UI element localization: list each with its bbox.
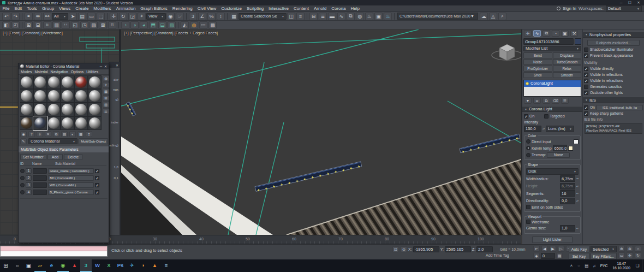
sub-material-id-4[interactable]: 4 xyxy=(26,190,32,195)
material-slot-15[interactable] xyxy=(47,103,61,116)
corona-toolbar-icon[interactable]: ◍ xyxy=(190,21,198,29)
gizmo-size-field[interactable]: 1,0 xyxy=(560,225,575,232)
isolate-selection-icon[interactable]: ◕ xyxy=(140,21,148,29)
timeline-frame-label[interactable]: 70 xyxy=(338,237,343,241)
timeline-frame-label[interactable]: 60 xyxy=(292,237,296,241)
show-map-in-viewport-icon[interactable]: ▦ xyxy=(77,131,84,137)
put-to-library-icon[interactable]: ▤ xyxy=(61,131,68,137)
make-material-copy-icon[interactable]: ⧉ xyxy=(53,131,59,137)
sub-material-button-1[interactable]: Glass_matte ( CoronaMtl ) xyxy=(48,168,94,174)
material-slot-21[interactable] xyxy=(47,116,61,130)
zoom-icon[interactable]: ⊕ xyxy=(618,246,625,252)
material-options-icon[interactable]: ☰ xyxy=(103,108,109,114)
render-production-icon[interactable]: ♨ xyxy=(384,13,392,20)
material-type-button[interactable]: Multi/Sub-Object xyxy=(79,138,108,144)
ies-file-button[interactable]: IES_traditional_bulb_lig xyxy=(597,105,643,110)
task-view-icon[interactable]: ▣ xyxy=(23,259,34,272)
tray-network-icon[interactable]: ▤ xyxy=(583,259,591,272)
kelvin-temp-radio[interactable] xyxy=(526,146,530,150)
schematic-view-icon[interactable]: ⧉ xyxy=(347,13,355,20)
menu-graph-editors[interactable]: Graph Editors xyxy=(138,6,170,11)
taskbar-icon-3dsmax[interactable]: 3 xyxy=(80,259,92,272)
add-button[interactable]: Add xyxy=(47,154,63,160)
occlude-other-lights-checkbox[interactable]: ✓ xyxy=(584,91,588,95)
align-icon[interactable]: ≡ xyxy=(296,13,305,20)
menu-interactive[interactable]: Interactive xyxy=(266,6,291,11)
make-unique-icon[interactable]: ⧉ xyxy=(542,98,550,104)
sub-material-name-field-4[interactable] xyxy=(33,190,47,195)
modifier-button-prooptimizer[interactable]: ProOptimizer xyxy=(523,66,552,72)
angle-snap-icon[interactable]: ∠ xyxy=(198,13,206,20)
start-button[interactable]: ⊞ xyxy=(0,259,11,272)
modifier-button-smooth[interactable]: Smooth xyxy=(553,72,582,78)
material-slot-11[interactable] xyxy=(74,89,88,103)
sub-material-button-4[interactable]: B_Plastic_gloss ( Corona xyxy=(48,190,94,195)
modifier-button-noise[interactable]: Noise xyxy=(523,59,552,65)
modifier-button-relax[interactable]: Relax xyxy=(553,66,582,72)
element-mode-icon[interactable]: ◳ xyxy=(80,21,88,29)
key-mode-toggle-button[interactable]: ◈ xyxy=(533,253,540,259)
toggle-layer-explorer-icon[interactable]: ≣ xyxy=(319,13,327,20)
edit-poly-mode-icon[interactable]: ⊟ xyxy=(34,21,42,29)
extras-icon[interactable]: ▩ xyxy=(208,21,217,29)
edge-mode-icon[interactable]: ▥ xyxy=(52,21,61,29)
menu-file[interactable]: File xyxy=(0,6,12,11)
timeline-frame-label[interactable]: 0 xyxy=(14,237,16,241)
material-slot-20[interactable] xyxy=(33,116,47,130)
snaps-toggle-icon[interactable]: 3 xyxy=(189,13,197,20)
material-slot-19[interactable] xyxy=(20,116,33,130)
menu-scripting[interactable]: Scripting xyxy=(244,6,266,11)
material-editor-icon[interactable]: ◍ xyxy=(356,13,364,20)
intensity-unit-dropdown[interactable]: Lum. (lm)▼ xyxy=(546,126,574,132)
prevent-black-appearance-checkbox[interactable]: ✓ xyxy=(584,54,588,58)
border-mode-icon[interactable]: ∷ xyxy=(62,21,70,29)
open-in-viewer-icon[interactable]: ◬ xyxy=(489,13,497,20)
reference-coordinate-dropdown[interactable]: View▼ xyxy=(146,13,166,20)
material-slot-9[interactable] xyxy=(47,89,61,103)
kelvin-field[interactable]: 6500,0 xyxy=(553,145,567,151)
material-slot-8[interactable] xyxy=(33,89,47,103)
shadowcatcher-illuminator-checkbox[interactable] xyxy=(584,48,588,52)
taskbar-icon-excel[interactable]: X xyxy=(103,259,115,272)
show-end-result-icon[interactable]: ≍ xyxy=(533,98,541,104)
curve-editor-icon[interactable]: ∿ xyxy=(337,13,345,20)
material-slot-1[interactable] xyxy=(20,75,33,89)
sign-in-button[interactable]: Sign In xyxy=(563,6,576,11)
reset-map-icon[interactable]: ✕ xyxy=(45,131,51,137)
menu-modifiers[interactable]: Modifiers xyxy=(91,6,114,11)
constraints-icon[interactable]: ⊠ xyxy=(99,21,107,29)
tray-volume-icon[interactable]: ♫ xyxy=(591,259,598,272)
modifier-button-shell[interactable]: Shell xyxy=(523,72,552,78)
material-slot-22[interactable] xyxy=(61,116,74,130)
motion-tab-icon[interactable]: ◔ xyxy=(552,30,559,37)
modifier-button-turbosmooth[interactable]: TurboSmooth xyxy=(553,59,582,65)
sample-tiling-icon[interactable]: ⊞ xyxy=(103,95,109,101)
taskbar-icon-photoshop[interactable]: Ps xyxy=(115,259,126,272)
material-editor-title-bar[interactable]: Material Editor - Corona Material ─ ✕ xyxy=(19,63,109,69)
display-tab-icon[interactable]: ▣ xyxy=(561,30,569,37)
create-tab-icon[interactable]: ✛ xyxy=(524,30,532,37)
targeted-checkbox[interactable] xyxy=(544,114,548,119)
width-field[interactable]: 6,75m xyxy=(560,175,575,182)
hidden-dialog-close-icon[interactable]: ✕ xyxy=(116,63,118,67)
sub-material-button-3[interactable]: WD ( CoronaMtl ) xyxy=(48,182,94,188)
taskbar-icon-acrobat[interactable]: ▲ xyxy=(69,259,80,272)
visible-in-refractions-checkbox[interactable]: ✓ xyxy=(584,79,588,83)
go-to-start-button[interactable]: ⇤ xyxy=(533,246,540,252)
select-object-icon[interactable]: ➤ xyxy=(69,13,77,20)
edit-named-selection-sets-icon[interactable]: ▦ xyxy=(230,13,238,20)
menu-content[interactable]: Content xyxy=(291,6,312,11)
menu-customize[interactable]: Customize xyxy=(219,6,245,11)
material-slot-16[interactable] xyxy=(61,103,74,116)
directionality-field[interactable]: 0,0 xyxy=(560,198,575,204)
display-floater-icon[interactable]: ⬒ xyxy=(149,21,157,29)
material-slot-10[interactable] xyxy=(61,89,74,103)
render-setup-icon[interactable]: ♨ xyxy=(365,13,373,20)
material-editor-menu-utilities[interactable]: Utilities xyxy=(86,70,98,74)
rendered-frame-window-icon[interactable]: ▣ xyxy=(374,13,383,20)
exclude-objects-button[interactable]: 0 objects excluded... xyxy=(587,40,640,46)
sub-material-on-checkbox-2[interactable]: ✓ xyxy=(95,176,99,180)
orbit-icon[interactable]: ↻ xyxy=(635,252,641,258)
taskbar-icon-explorer[interactable]: ▱ xyxy=(34,259,46,272)
put-material-to-scene-icon[interactable]: ⇧ xyxy=(28,131,35,137)
